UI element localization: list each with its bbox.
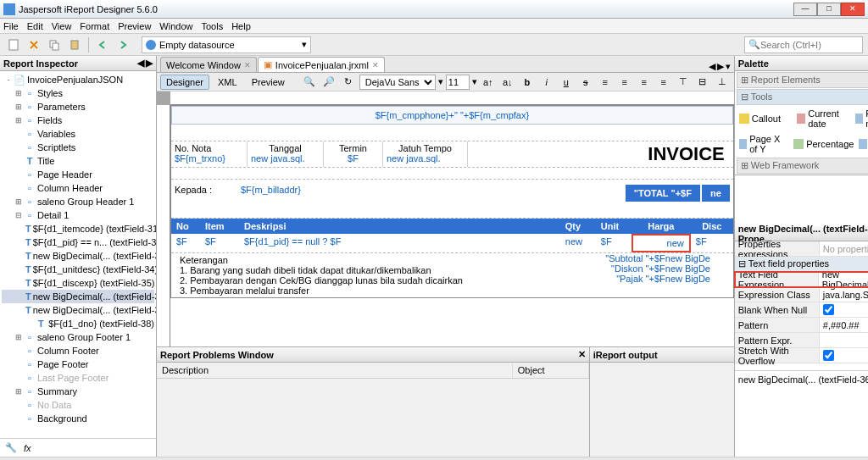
paste-button[interactable] bbox=[66, 36, 83, 53]
palette-pagexofy[interactable]: Page X of Y bbox=[738, 133, 789, 155]
preview-tab[interactable]: Preview bbox=[246, 75, 291, 90]
palette-callout[interactable]: Callout bbox=[738, 108, 793, 130]
tree-node[interactable]: ▫Page Header bbox=[2, 168, 154, 181]
palette-percentage[interactable]: Percentage bbox=[793, 133, 854, 155]
valign-mid-icon[interactable]: ⊟ bbox=[694, 74, 711, 91]
datasource-selector[interactable]: Empty datasource ▾ bbox=[142, 36, 311, 53]
label-termin[interactable]: Termin bbox=[327, 143, 379, 153]
dropdown-icon[interactable]: ▾ bbox=[472, 76, 477, 87]
tree-node[interactable]: ⊞▫Fields bbox=[2, 114, 154, 127]
note-3[interactable]: 3. Pembayaran melalui transfer bbox=[180, 285, 564, 296]
designer-tab[interactable]: Designer bbox=[160, 75, 209, 90]
tree-node[interactable]: ⊞▫saleno Group Header 1 bbox=[2, 195, 154, 208]
tree-node[interactable]: T$F{d1_itemcode} (textField-31) bbox=[2, 222, 154, 236]
tab-invoice[interactable]: ▣InvoicePenjualan.jrxml✕ bbox=[258, 57, 385, 72]
align-center-icon[interactable]: ≡ bbox=[616, 74, 633, 91]
filter-icon[interactable]: 🔧 bbox=[5, 442, 17, 453]
tree-node[interactable]: ▫Column Footer bbox=[2, 344, 154, 357]
checkbox[interactable] bbox=[823, 350, 834, 361]
label-kepada[interactable]: Kepada : bbox=[175, 185, 234, 202]
tab-next-icon[interactable]: ▶ bbox=[717, 61, 724, 72]
tree-node[interactable]: ⊟▫Detail 1 bbox=[2, 208, 154, 222]
minimize-button[interactable]: — bbox=[793, 3, 817, 16]
valign-bot-icon[interactable]: ⊥ bbox=[714, 74, 731, 91]
italic-icon[interactable]: i bbox=[538, 74, 555, 91]
valign-top-icon[interactable]: ⊤ bbox=[675, 74, 692, 91]
size-up-icon[interactable]: a↑ bbox=[480, 74, 497, 91]
menu-format[interactable]: Format bbox=[80, 21, 109, 31]
tree-node[interactable]: ▫Variables bbox=[2, 127, 154, 141]
tree-node[interactable]: ⊞▫Styles bbox=[2, 86, 154, 100]
panel-prev-icon[interactable]: ◀ bbox=[137, 58, 144, 69]
palette-pagenumber[interactable]: Page number bbox=[854, 108, 868, 130]
font-select[interactable]: DejaVu Sans bbox=[359, 75, 436, 90]
tree-node[interactable]: ▫Page Footer bbox=[2, 357, 154, 371]
label-tanggal[interactable]: Tanggal bbox=[251, 143, 320, 153]
undo-button[interactable] bbox=[94, 36, 111, 53]
tree-node[interactable]: Tnew BigDecimal(... (textField-33) bbox=[2, 249, 154, 263]
property-row[interactable]: Text Field Expressionnew BigDecimal($F{d… bbox=[735, 272, 868, 287]
menu-preview[interactable]: Preview bbox=[118, 21, 151, 31]
close-icon[interactable]: ✕ bbox=[244, 61, 251, 69]
strike-icon[interactable]: s bbox=[577, 74, 594, 91]
tree-node[interactable]: ▫Last Page Footer bbox=[2, 371, 154, 385]
keterangan-label[interactable]: Keterangan bbox=[180, 255, 564, 265]
table-header[interactable]: No Item Deskripsi Qty Unit Harga Disc bbox=[171, 219, 733, 234]
note-1[interactable]: 1. Barang yang sudah dibeli tidak dapat … bbox=[180, 265, 564, 275]
tab-prev-icon[interactable]: ◀ bbox=[709, 61, 715, 72]
invoice-title[interactable]: INVOICE bbox=[468, 141, 733, 167]
table-row[interactable]: $F $F $F{d1_pid} == null ? $F new $F new… bbox=[171, 234, 733, 252]
redo-button[interactable] bbox=[114, 36, 131, 53]
align-left-icon[interactable]: ≡ bbox=[597, 74, 614, 91]
menu-tools[interactable]: Tools bbox=[201, 21, 223, 31]
align-justify-icon[interactable]: ≡ bbox=[655, 74, 672, 91]
tree-node[interactable]: T$F{d1_discexp} (textField-35) bbox=[2, 276, 154, 290]
refresh-icon[interactable]: ↻ bbox=[340, 74, 357, 91]
new-button[interactable] bbox=[5, 36, 22, 53]
close-button[interactable]: ✕ bbox=[841, 3, 865, 16]
total-label[interactable]: "TOTAL "+$F bbox=[626, 185, 700, 202]
palette-section-web[interactable]: ⊞ Web Framework bbox=[737, 158, 868, 174]
col-object[interactable]: Object bbox=[513, 363, 589, 378]
close-icon[interactable]: ✕ bbox=[372, 61, 379, 69]
palette-totalpages[interactable]: Total pages bbox=[858, 133, 868, 155]
tree-node[interactable]: Tnew BigDecimal(... (textField-37) bbox=[2, 303, 154, 317]
cut-button[interactable] bbox=[25, 36, 42, 53]
search-input[interactable] bbox=[760, 40, 859, 50]
label-jatuh[interactable]: Jatuh Tempo bbox=[387, 143, 464, 153]
tree-node[interactable]: ⊞▫saleno Group Footer 1 bbox=[2, 330, 154, 344]
tab-welcome[interactable]: Welcome Window✕ bbox=[160, 57, 257, 72]
tree-root[interactable]: -📄InvoicePenjualanJSON bbox=[2, 73, 154, 86]
property-row[interactable]: Pattern#,##0.##… bbox=[735, 318, 868, 333]
search-box[interactable]: 🔍 bbox=[744, 36, 863, 53]
menu-window[interactable]: Window bbox=[159, 21, 192, 31]
tree-node[interactable]: ▫Background bbox=[2, 412, 154, 425]
palette-section-tools[interactable]: ⊟ Tools bbox=[737, 89, 868, 105]
tree-node[interactable]: Tnew BigDecimal(... (textField-36) bbox=[2, 290, 154, 303]
val-billaddr[interactable]: $F{m_billaddr} bbox=[234, 185, 308, 202]
tree-node[interactable]: ▫No Data bbox=[2, 398, 154, 412]
palette-currentdate[interactable]: Current date bbox=[796, 108, 851, 130]
tree-node[interactable]: ⊞▫Summary bbox=[2, 385, 154, 398]
property-row[interactable]: Blank When Null bbox=[735, 302, 868, 318]
tree-node[interactable]: ▫Column Header bbox=[2, 181, 154, 195]
header-expression[interactable]: $F{m_cmpphone}+" "+$F{m_cmpfax} bbox=[171, 106, 733, 125]
props-section[interactable]: ⊟ Text field properties bbox=[735, 258, 829, 269]
font-size-input[interactable] bbox=[446, 75, 470, 90]
property-row[interactable]: Stretch With Overflow bbox=[735, 348, 868, 363]
inspector-tree[interactable]: -📄InvoicePenjualanJSON ⊞▫Styles⊞▫Paramet… bbox=[0, 71, 156, 438]
tree-node[interactable]: TTitle bbox=[2, 154, 154, 168]
align-right-icon[interactable]: ≡ bbox=[636, 74, 653, 91]
selected-cell[interactable]: new bbox=[632, 234, 691, 252]
menu-help[interactable]: Help bbox=[231, 21, 251, 31]
report-page[interactable]: $F{m_cmpphone}+" "+$F{m_cmpfax} No. Nota… bbox=[170, 105, 734, 346]
note-2[interactable]: 2. Pembayaran dengan Cek/BG dianggap lun… bbox=[180, 275, 564, 285]
menu-edit[interactable]: Edit bbox=[27, 21, 43, 31]
xml-tab[interactable]: XML bbox=[212, 75, 243, 90]
design-canvas[interactable]: $F{m_cmpphone}+" "+$F{m_cmpfax} No. Nota… bbox=[157, 91, 734, 346]
bold-icon[interactable]: b bbox=[519, 74, 536, 91]
val-termin[interactable]: $F bbox=[327, 153, 379, 163]
tree-node[interactable]: T$F{d1_pid} == n... (textField-32) bbox=[2, 236, 154, 249]
copy-button[interactable] bbox=[46, 36, 63, 53]
val-jatuh[interactable]: new java.sql. bbox=[387, 153, 464, 163]
